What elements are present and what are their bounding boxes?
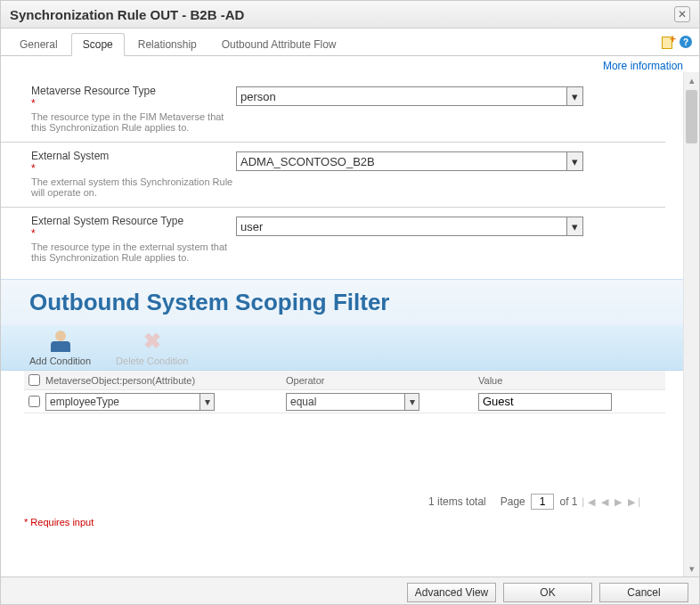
scroll-up-icon[interactable]: ▴ (684, 72, 699, 88)
delete-condition-button: ✖ Delete Condition (116, 329, 188, 366)
page-number-input[interactable] (531, 494, 554, 510)
external-system-resource-type-select[interactable]: user ▾ (236, 217, 583, 236)
add-condition-button[interactable]: Add Condition (29, 329, 91, 366)
close-button[interactable]: ✕ (674, 6, 690, 22)
col-header-operator: Operator (284, 375, 476, 386)
row-checkbox[interactable] (28, 396, 40, 407)
titlebar: Synchronization Rule OUT - B2B -AD ✕ (1, 1, 699, 29)
chevron-down-icon: ▾ (404, 394, 419, 410)
chevron-down-icon: ▾ (566, 152, 582, 170)
field-external-system-resource-type: External System Resource Type * The reso… (1, 208, 665, 272)
delete-condition-icon: ✖ (140, 329, 165, 354)
value-input[interactable] (478, 393, 612, 411)
window-title: Synchronization Rule OUT - B2B -AD (10, 7, 244, 22)
required-marker: * (31, 97, 36, 110)
ok-button[interactable]: OK (503, 583, 592, 602)
advanced-view-button[interactable]: Advanced View (407, 583, 496, 602)
page-label-suffix: of 1 (559, 495, 577, 508)
chevron-down-icon: ▾ (566, 217, 582, 235)
field-description: The resource type in the FIM Metaverse t… (31, 111, 236, 133)
page-label-prefix: Page (501, 495, 525, 508)
scoping-filter-header: Outbound System Scoping Filter (1, 279, 683, 325)
select-value: employeeType (50, 396, 119, 408)
tool-label: Delete Condition (116, 356, 188, 366)
chevron-down-icon: ▾ (566, 87, 582, 105)
required-marker: * (31, 227, 36, 240)
external-system-select[interactable]: ADMA_SCONTOSO_B2B ▾ (236, 151, 583, 171)
scroll-area: Metaverse Resource Type * The resource t… (1, 72, 683, 576)
tool-label: Add Condition (29, 356, 91, 366)
col-header-attribute: MetaverseObject:person(Attribute) (44, 375, 284, 386)
items-total-label: 1 items total (428, 495, 486, 508)
field-description: The resource type in the external system… (31, 241, 236, 263)
conditions-grid: MetaverseObject:person(Attribute) Operat… (1, 371, 683, 515)
tab-relationship[interactable]: Relationship (126, 33, 208, 55)
scoping-filter-toolbar: Add Condition ✖ Delete Condition (1, 325, 683, 371)
tab-strip: General Scope Relationship Outbound Attr… (1, 29, 699, 56)
field-label: External System (31, 150, 236, 162)
required-marker: * (31, 162, 36, 175)
select-value: person (240, 90, 276, 103)
button-bar: Advanced View OK Cancel (1, 576, 699, 605)
tab-general[interactable]: General (8, 33, 69, 55)
tab-outbound-attribute-flow[interactable]: Outbound Attribute Flow (210, 33, 348, 55)
grid-header: MetaverseObject:person(Attribute) Operat… (24, 371, 665, 390)
chevron-down-icon: ▾ (199, 394, 214, 410)
pager: Page of 1 ∣◀ ◀ ▶ ▶∣ (501, 494, 644, 510)
select-value: ADMA_SCONTOSO_B2B (240, 155, 375, 168)
scroll-down-icon[interactable]: ▾ (684, 560, 699, 576)
field-label: Metaverse Resource Type (31, 85, 236, 97)
select-value: equal (290, 396, 316, 408)
col-header-value: Value (476, 375, 665, 386)
new-icon[interactable] (660, 36, 672, 48)
add-condition-icon (48, 329, 73, 354)
field-metaverse-resource-type: Metaverse Resource Type * The resource t… (1, 78, 665, 143)
help-icon[interactable]: ? (680, 36, 692, 48)
requires-input-note: * Requires input (1, 515, 683, 533)
field-label: External System Resource Type (31, 215, 236, 227)
vertical-scrollbar[interactable]: ▴ ▾ (683, 72, 699, 576)
cancel-button[interactable]: Cancel (599, 583, 688, 602)
field-description: The external system this Synchronization… (31, 176, 236, 198)
more-information-link[interactable]: More information (1, 56, 699, 72)
select-all-checkbox[interactable] (28, 374, 40, 386)
select-value: user (240, 220, 263, 233)
attribute-select[interactable]: employeeType ▾ (45, 393, 215, 411)
operator-select[interactable]: equal ▾ (286, 393, 419, 411)
grid-footer: 1 items total Page of 1 ∣◀ ◀ ▶ ▶∣ (24, 413, 665, 515)
pager-nav-icons[interactable]: ∣◀ ◀ ▶ ▶∣ (581, 496, 644, 507)
content-area: Metaverse Resource Type * The resource t… (1, 72, 699, 576)
condition-row: employeeType ▾ equal ▾ (24, 390, 665, 413)
field-external-system: External System * The external system th… (1, 143, 665, 208)
scroll-thumb[interactable] (686, 90, 697, 143)
section-title: Outbound System Scoping Filter (29, 289, 669, 316)
metaverse-resource-type-select[interactable]: person ▾ (236, 86, 583, 106)
tab-scope[interactable]: Scope (71, 33, 125, 56)
